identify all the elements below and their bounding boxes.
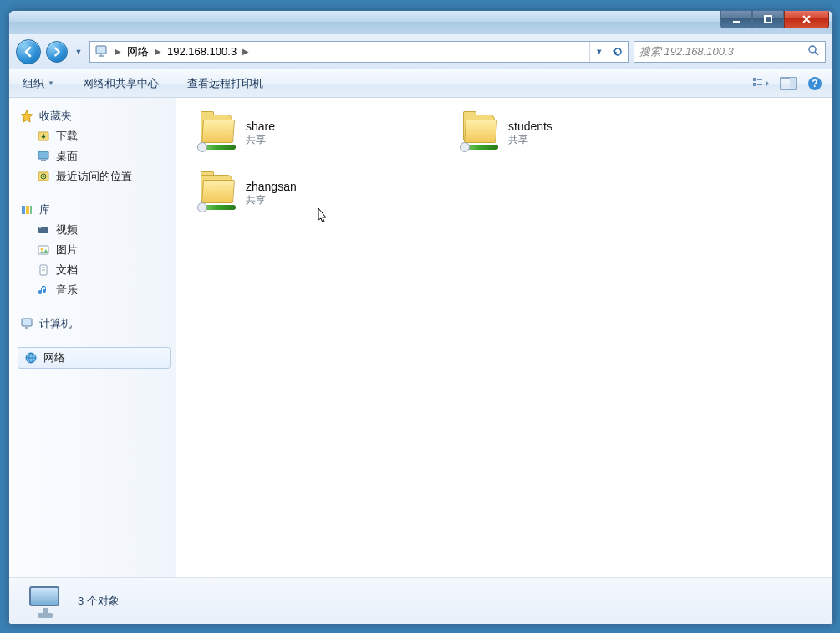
nav-history-dropdown[interactable]: ▼ (73, 41, 84, 63)
libraries-header[interactable]: 库 (14, 200, 176, 220)
status-count: 3 个对象 (78, 594, 120, 609)
nav-sidebar: 收藏夹 下载 桌面 最近访问的位置 库 (9, 98, 176, 577)
forward-arrow-icon (51, 46, 63, 58)
sidebar-item-pictures[interactable]: 图片 (14, 240, 176, 260)
back-arrow-icon (22, 45, 35, 59)
minimize-icon (731, 14, 741, 24)
help-button[interactable]: ? (806, 74, 824, 93)
sidebar-item-recent[interactable]: 最近访问的位置 (14, 166, 176, 186)
svg-rect-10 (757, 84, 762, 85)
svg-rect-21 (26, 206, 29, 214)
refresh-icon (612, 46, 624, 58)
sidebar-item-label: 网络 (43, 350, 65, 365)
search-placeholder: 搜索 192.168.100.3 (639, 44, 734, 59)
maximize-button[interactable] (752, 10, 784, 28)
svg-line-6 (815, 52, 818, 55)
sidebar-item-label: 最近访问的位置 (56, 169, 132, 184)
view-remote-printers-label: 查看远程打印机 (187, 76, 263, 91)
back-button[interactable] (16, 39, 41, 64)
svg-rect-2 (96, 46, 106, 54)
preview-pane-icon (780, 77, 797, 90)
network-icon (23, 350, 38, 365)
share-folder-item[interactable]: zhangsan 共享 (191, 170, 434, 217)
close-button[interactable] (784, 10, 829, 28)
share-folder-item[interactable]: students 共享 (454, 110, 696, 156)
close-icon (801, 14, 812, 24)
svg-rect-20 (22, 206, 25, 214)
breadcrumb-network[interactable]: 网络 (124, 44, 152, 59)
libraries-label: 库 (39, 202, 50, 217)
sidebar-item-label: 文档 (56, 263, 78, 278)
svg-rect-9 (753, 83, 756, 86)
libraries-group: 库 视频 图片 文档 音乐 (14, 200, 176, 300)
computer-icon (94, 44, 109, 59)
search-icon (807, 43, 820, 59)
status-bar: 3 个对象 (9, 577, 832, 624)
svg-rect-12 (790, 78, 796, 89)
address-bar[interactable]: ▶ 网络 ▶ 192.168.100.3 ▶ ▾ (89, 41, 629, 63)
view-options-button[interactable] (752, 74, 771, 93)
search-box[interactable]: 搜索 192.168.100.3 (634, 41, 826, 63)
computer-icon (19, 316, 34, 331)
toolbar: 组织 ▼ 网络和共享中心 查看远程打印机 ? (9, 69, 832, 98)
help-icon: ? (807, 76, 822, 91)
minimize-button[interactable] (720, 10, 752, 28)
main-split: 收藏夹 下载 桌面 最近访问的位置 库 (9, 98, 832, 577)
refresh-button[interactable] (608, 42, 626, 62)
sidebar-item-computer[interactable]: 计算机 (14, 314, 176, 334)
preview-pane-button[interactable] (779, 74, 797, 93)
sidebar-item-label: 下载 (56, 129, 78, 144)
item-name: students (508, 120, 552, 133)
computer-large-icon (21, 585, 66, 618)
content-pane[interactable]: share 共享 students 共享 zhangsan (176, 98, 832, 577)
svg-rect-32 (25, 327, 28, 329)
chevron-down-icon: ▼ (48, 79, 54, 87)
svg-text:?: ? (812, 78, 817, 89)
item-subtitle: 共享 (508, 133, 552, 147)
address-dropdown[interactable]: ▾ (589, 42, 608, 62)
svg-rect-22 (30, 206, 32, 214)
titlebar (9, 11, 832, 34)
network-sharing-center-button[interactable]: 网络和共享中心 (78, 74, 164, 94)
svg-rect-3 (99, 55, 104, 57)
star-icon (19, 109, 34, 124)
sidebar-item-label: 桌面 (56, 149, 78, 164)
forward-button[interactable] (46, 41, 68, 63)
breadcrumb-sep: ▶ (152, 47, 164, 56)
videos-icon (36, 222, 51, 237)
shared-folder-icon (197, 113, 237, 153)
item-subtitle: 共享 (246, 193, 297, 207)
breadcrumb-host[interactable]: 192.168.100.3 (164, 45, 240, 58)
breadcrumb-sep: ▶ (112, 47, 124, 56)
sidebar-item-documents[interactable]: 文档 (14, 260, 176, 280)
pictures-icon (36, 242, 51, 258)
item-name: share (246, 120, 275, 133)
explorer-window: ▼ ▶ 网络 ▶ 192.168.100.3 ▶ ▾ 搜索 192.168.10… (8, 10, 833, 625)
music-icon (36, 283, 51, 298)
svg-rect-17 (41, 160, 46, 161)
sidebar-item-videos[interactable]: 视频 (14, 220, 176, 240)
item-name: zhangsan (246, 180, 297, 193)
view-remote-printers-button[interactable]: 查看远程打印机 (182, 74, 268, 94)
desktop-icon (36, 149, 51, 164)
breadcrumb-sep: ▶ (240, 47, 252, 56)
network-group: 网络 (14, 347, 176, 369)
sidebar-item-music[interactable]: 音乐 (14, 280, 176, 300)
svg-point-5 (809, 46, 816, 53)
favorites-header[interactable]: 收藏夹 (14, 106, 176, 126)
shared-folder-icon (460, 113, 500, 153)
svg-rect-0 (733, 21, 740, 23)
maximize-icon (763, 14, 773, 24)
organize-menu[interactable]: 组织 ▼ (18, 74, 59, 94)
svg-rect-4 (100, 54, 102, 55)
svg-point-27 (41, 248, 43, 251)
sidebar-item-downloads[interactable]: 下载 (14, 126, 176, 146)
favorites-group: 收藏夹 下载 桌面 最近访问的位置 (14, 106, 176, 186)
downloads-icon (36, 129, 51, 144)
sidebar-item-desktop[interactable]: 桌面 (14, 146, 176, 166)
share-folder-item[interactable]: share 共享 (191, 110, 434, 156)
sidebar-item-network[interactable]: 网络 (18, 347, 171, 369)
svg-rect-31 (22, 319, 32, 326)
sidebar-item-label: 图片 (56, 242, 78, 258)
svg-rect-24 (39, 227, 41, 228)
